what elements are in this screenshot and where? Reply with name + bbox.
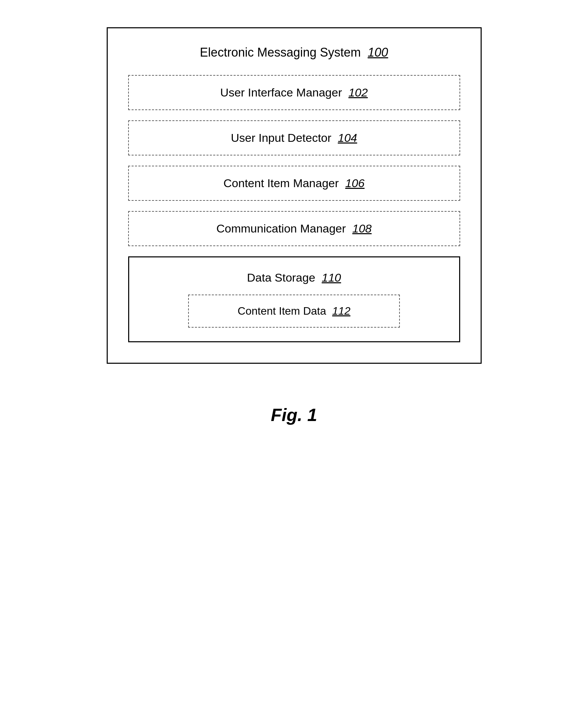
data-storage-box: Data Storage 110 Content Item Data 112	[128, 256, 460, 342]
system-title-number: 100	[368, 45, 388, 59]
user-input-detector-number: 104	[338, 131, 357, 144]
user-interface-manager-box: User Interface Manager 102	[128, 75, 460, 110]
communication-manager-number: 108	[352, 222, 372, 235]
page-wrapper: Electronic Messaging System 100 User Int…	[0, 27, 588, 425]
content-item-manager-box: Content Item Manager 106	[128, 166, 460, 201]
user-input-detector-box: User Input Detector 104	[128, 120, 460, 155]
user-input-detector-label: User Input Detector	[231, 131, 331, 144]
user-interface-manager-label: User Interface Manager	[220, 86, 342, 99]
communication-manager-box: Communication Manager 108	[128, 211, 460, 246]
content-item-data-label: Content Item Data	[238, 305, 326, 317]
content-item-manager-number: 106	[345, 177, 365, 190]
figure-label: Fig. 1	[271, 405, 317, 425]
data-storage-label: Data Storage	[247, 271, 315, 284]
data-storage-number: 110	[322, 271, 341, 284]
system-title: Electronic Messaging System 100	[128, 45, 460, 60]
user-interface-manager-number: 102	[348, 86, 368, 99]
system-title-text: Electronic Messaging System	[200, 45, 361, 59]
content-item-data-box: Content Item Data 112	[188, 295, 400, 328]
content-item-manager-label: Content Item Manager	[224, 177, 339, 190]
communication-manager-label: Communication Manager	[216, 222, 346, 235]
content-item-data-number: 112	[332, 305, 350, 317]
data-storage-title: Data Storage 110	[143, 271, 446, 284]
outer-system-box: Electronic Messaging System 100 User Int…	[107, 27, 482, 364]
